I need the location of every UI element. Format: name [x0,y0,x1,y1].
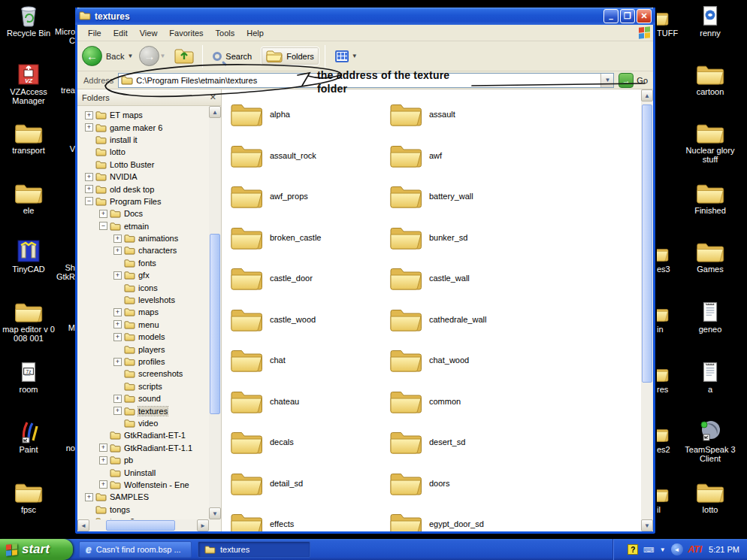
tree-vertical-scrollbar[interactable]: ▲ ▼ [209,106,221,519]
tree-hscroll-thumb[interactable] [106,520,175,531]
go-button[interactable]: → [618,73,634,88]
tree-item-gtkradiant-et-1-1[interactable]: + GtkRadiant-ET-1.1 [79,442,209,454]
desktop-icon-teamspeak-3-client[interactable]: TeamSpeak 3 Client [682,418,739,463]
collapse-icon[interactable]: − [85,197,93,205]
address-input[interactable]: C:\Program Files\etmain\textures ▼ [118,73,614,88]
file-folder-chat_wood[interactable]: chat_wood [381,340,641,381]
file-folder-chat[interactable]: chat [222,340,381,381]
tree-item-et-maps[interactable]: + ET maps [79,109,209,121]
file-folder-awf_props[interactable]: awf_props [222,176,381,217]
desktop-icon-a[interactable]: a [682,358,739,394]
file-folder-castle_wood[interactable]: castle_wood [222,299,381,341]
desktop-icon-partial-sh-gtkr[interactable]: Sh GtkR [54,263,75,281]
folders-button[interactable]: Folders [261,47,319,65]
network-tray-icon[interactable]: ⌨ [643,546,654,554]
expand-icon[interactable]: + [99,480,107,489]
file-folder-broken_castle[interactable]: broken_castle [222,217,381,259]
collapse-icon[interactable]: − [99,222,107,230]
desktop-icon-tinycad[interactable]: TinyCAD [0,238,57,274]
address-dropdown-button[interactable]: ▼ [600,74,613,87]
forward-dropdown-icon[interactable]: ▼ [159,53,165,59]
desktop-icon-partial-no[interactable]: no [54,443,75,453]
desktop-icon-games[interactable]: Games [682,238,739,274]
tree-item-sound[interactable]: + sound [79,392,209,404]
expand-icon[interactable]: + [113,308,122,316]
desktop-icon-room[interactable]: 7z room [0,358,57,394]
tree-item-players[interactable]: players [79,343,209,355]
expand-icon[interactable]: + [113,247,122,255]
menu-edit[interactable]: Edit [107,26,134,40]
expand-icon[interactable]: + [99,443,107,452]
desktop-icon-partial-in[interactable]: in [657,298,679,334]
task-button-textures[interactable]: textures [198,541,310,558]
back-dropdown-icon[interactable]: ▼ [127,53,133,59]
menu-view[interactable]: View [134,26,164,40]
file-folder-battery_wall[interactable]: battery_wall [381,176,641,217]
expand-icon[interactable]: + [85,173,93,181]
file-folder-assault[interactable]: assault [381,94,641,135]
folders-pane-close-icon[interactable]: ✕ [210,92,216,102]
tree-item-scripts[interactable]: scripts [79,380,209,392]
search-button[interactable]: Search [208,50,256,63]
files-scroll-down-button[interactable]: ▼ [641,519,653,531]
tree-item-lotto[interactable]: lotto [79,146,209,158]
help-tray-icon[interactable]: ? [628,544,638,555]
file-folder-chateau[interactable]: chateau [222,381,381,422]
tree-item-install-it[interactable]: install it [79,134,209,146]
expand-icon[interactable]: + [85,493,93,501]
tree-scroll-thumb[interactable] [210,234,220,414]
desktop-icon-cartoon[interactable]: cartoon [682,60,739,96]
desktop-icon-partial-res[interactable]: res [657,358,679,394]
tree-item-animations[interactable]: + animations [79,232,209,244]
desktop-icon-partial-v[interactable]: V [54,144,75,153]
file-folder-desert_sd[interactable]: desert_sd [381,422,641,463]
tree-item-profiles[interactable]: + profiles [79,356,209,368]
hide-icons-chevron-icon[interactable]: ▼ [660,546,666,553]
desktop-icon-ele[interactable]: ele [0,179,57,215]
desktop-icon-nuclear-glory-stuff[interactable]: Nuclear glory stuff [682,119,739,164]
files-scroll-thumb[interactable] [642,104,652,383]
tree-horizontal-scrollbar[interactable]: ◄ ► [77,519,209,531]
tree-item-nvidia[interactable]: + NVIDIA [79,171,209,183]
desktop-icon-vzaccess-manager[interactable]: VZ VZAccess Manager [0,60,57,105]
tree-item-fonts[interactable]: fonts [79,257,209,269]
tree-item-models[interactable]: + models [79,331,209,343]
tree-item-old-desk-top[interactable]: + old desk top [79,183,209,195]
expand-icon[interactable]: + [85,111,93,120]
tree-scroll-down-button[interactable]: ▼ [209,507,221,519]
tree-item-menu[interactable]: + menu [79,319,209,331]
tree-item-icons[interactable]: icons [79,281,209,293]
tree-item-etmain[interactable]: − etmain [79,220,209,232]
file-folder-decals[interactable]: decals [222,422,381,463]
expand-icon[interactable]: + [113,333,122,341]
expand-icon[interactable]: + [113,235,122,243]
expand-icon[interactable]: + [99,210,107,218]
desktop-icon-partial-trea[interactable]: trea [54,86,75,95]
menu-favorites[interactable]: Favorites [163,26,209,40]
expand-icon[interactable]: + [85,185,93,193]
desktop-icon-partial-tuff[interactable]: TUFF [657,2,679,38]
forward-button[interactable]: → [139,46,159,66]
file-folder-effects[interactable]: effects [222,504,381,531]
file-folder-bunker_sd[interactable]: bunker_sd [381,217,641,259]
back-button[interactable]: ← [82,46,102,66]
file-folder-egypt_door_sd[interactable]: egypt_door_sd [381,504,641,531]
file-folder-awf[interactable]: awf [381,135,641,177]
desktop-icon-partial-m[interactable]: M [54,323,75,332]
tree-item-lotto-buster[interactable]: Lotto Buster [79,159,209,171]
desktop-icon-paint[interactable]: Paint [0,418,57,454]
desktop-icon-partial-es2[interactable]: es2 [657,418,679,454]
tree-scroll-right-button[interactable]: ► [197,519,209,531]
desktop-icon-map-editor-v-0-008-001[interactable]: map editor v 0 008 001 [0,298,57,343]
tree-item-pb[interactable]: + pb [79,454,209,466]
file-folder-castle_wall[interactable]: castle_wall [381,258,641,299]
file-folder-detail_sd[interactable]: detail_sd [222,463,381,504]
start-button[interactable]: start [0,539,73,560]
tree-item-levelshots[interactable]: levelshots [79,294,209,306]
expand-icon[interactable]: + [113,395,122,403]
desktop-icon-partial-es3[interactable]: es3 [657,238,679,274]
desktop-icon-renny[interactable]: renny [682,2,739,38]
file-folder-castle_door[interactable]: castle_door [222,258,381,299]
maximize-button[interactable]: ❒ [620,9,635,23]
desktop-icon-transport[interactable]: transport [0,119,57,155]
